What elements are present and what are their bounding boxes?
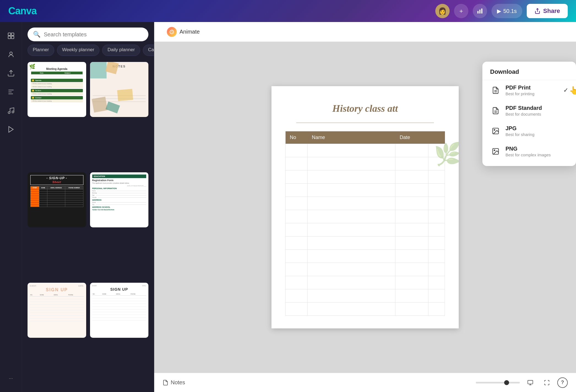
pdf-print-icon xyxy=(490,85,501,96)
play-button[interactable]: ▶ 50.1s xyxy=(491,4,522,18)
cursor-icon: 👆 xyxy=(569,86,576,95)
table-row xyxy=(286,197,445,210)
table-row xyxy=(286,144,445,157)
stats-button[interactable] xyxy=(473,4,487,18)
col-name: NAME xyxy=(102,293,115,296)
table-row xyxy=(286,170,445,184)
main-layout: ··· 🔍 Planner Weekly planner Daily plann… xyxy=(0,22,576,392)
document-table: No Name Date xyxy=(285,131,445,316)
col-phone: PHONE NUMBER xyxy=(65,186,83,189)
col-phone: PHONE xyxy=(130,293,146,296)
filter-tag-calendar[interactable]: Calend... xyxy=(143,45,154,56)
png-title: PNG xyxy=(506,146,568,152)
animate-label: Animate xyxy=(180,29,200,35)
svg-point-22 xyxy=(494,129,495,130)
dropdown-item-png[interactable]: PNG Best for complex images xyxy=(482,141,576,162)
pdf-print-subtitle: Best for printing xyxy=(506,91,559,96)
animate-icon xyxy=(167,27,177,37)
canvas-bottom-bar: Notes ? xyxy=(154,373,576,392)
document-divider xyxy=(296,122,434,123)
template-card-signup[interactable]: - SIGN-UP - Sheet START NAME EMAIL ADDRE… xyxy=(28,172,86,227)
sidebar-item-text[interactable] xyxy=(3,84,19,100)
animate-button[interactable]: Animate xyxy=(162,25,204,39)
sidebar-more-button[interactable]: ··· xyxy=(3,370,19,386)
notes-button[interactable]: Notes xyxy=(162,379,185,386)
svg-point-24 xyxy=(494,150,495,151)
template-title: SIGN UP xyxy=(30,287,84,292)
filter-tag-planner[interactable]: Planner xyxy=(28,45,54,56)
dropdown-item-jpg[interactable]: JPG Best for sharing xyxy=(482,121,576,141)
template-header: EDUCATION xyxy=(92,175,146,178)
sidebar-item-audio[interactable] xyxy=(3,102,19,119)
fullscreen-button[interactable] xyxy=(541,377,553,389)
filter-tag-weekly[interactable]: Weekly planner xyxy=(57,45,100,56)
pdf-standard-title: PDF Standard xyxy=(506,105,568,111)
col-name: Name xyxy=(308,131,395,144)
dropdown-item-pdf-print[interactable]: PDF Print Best for printing ✓ 👆 xyxy=(482,80,576,100)
sidebar-item-video[interactable] xyxy=(3,121,19,138)
sidebar-item-elements[interactable] xyxy=(3,46,19,63)
jpg-title: JPG xyxy=(506,125,568,132)
svg-rect-12 xyxy=(105,62,119,74)
share-button[interactable]: Share xyxy=(527,4,568,18)
canva-logo: Canva xyxy=(8,5,37,17)
col-name: NAME xyxy=(39,186,47,189)
template-card-signup-pink[interactable]: EVENT:DATE: SIGN UP NO. NAME EMAIL PHONE xyxy=(28,283,86,338)
svg-rect-1 xyxy=(479,10,480,13)
jpg-subtitle: Best for sharing xyxy=(506,132,568,137)
help-button[interactable]: ? xyxy=(557,377,568,388)
svg-point-9 xyxy=(12,111,14,113)
sidebar-item-templates[interactable] xyxy=(3,28,19,44)
svg-rect-6 xyxy=(11,36,14,39)
pdf-standard-subtitle: Best for documents xyxy=(506,112,568,116)
pdf-print-title: PDF Print xyxy=(506,85,559,91)
svg-rect-0 xyxy=(477,11,479,13)
col-email: EMAIL xyxy=(53,293,68,296)
col-no: NO. xyxy=(30,293,39,296)
col-start: START xyxy=(31,186,39,189)
svg-rect-3 xyxy=(8,33,10,36)
svg-point-8 xyxy=(8,112,10,114)
grid-view-button[interactable] xyxy=(524,377,536,389)
template-title: Registration Form xyxy=(92,179,146,182)
template-title: NOTES xyxy=(93,65,146,68)
notes-label: Notes xyxy=(171,379,185,386)
svg-rect-25 xyxy=(528,380,533,384)
search-bar: 🔍 xyxy=(28,28,148,41)
add-button[interactable]: ＋ xyxy=(454,4,468,18)
canvas-document[interactable]: History class att No Name Date xyxy=(271,86,459,328)
zoom-thumb[interactable] xyxy=(504,380,509,385)
search-icon: 🔍 xyxy=(33,31,40,38)
sidebar-item-upload[interactable] xyxy=(3,65,19,81)
table-row xyxy=(286,210,445,223)
search-input[interactable] xyxy=(44,31,143,38)
download-dropdown: Download PDF Print Best for printing ✓ 👆 xyxy=(482,62,576,166)
svg-rect-5 xyxy=(8,36,10,39)
template-card-signup-minimal[interactable]: EVENT:DATE: SIGN UP NO. NAME EMAIL PHONE xyxy=(90,283,149,338)
png-subtitle: Best for complex images xyxy=(506,153,568,157)
leaf-icon: 🌿 xyxy=(29,64,35,70)
col-date: Date xyxy=(395,131,428,144)
dropdown-item-pdf-standard[interactable]: PDF Standard Best for documents xyxy=(482,100,576,121)
filter-tag-daily[interactable]: Daily planner xyxy=(102,45,140,56)
template-card-registration[interactable]: EDUCATION Registration Form The applican… xyxy=(90,172,149,227)
template-card-notes[interactable]: NOTES xyxy=(90,62,149,117)
template-card-meeting-agenda[interactable]: 🌿 Meeting Agenda DateSubject 01 Agenda •… xyxy=(28,62,86,117)
col-email: EMAIL xyxy=(116,293,130,296)
icon-bar: ··· xyxy=(0,22,22,392)
table-row xyxy=(286,157,445,170)
svg-point-7 xyxy=(10,52,12,55)
col-phone: PHONE xyxy=(68,293,84,296)
decorative-shapes xyxy=(90,62,149,117)
left-panel: 🔍 Planner Weekly planner Daily planner C… xyxy=(22,22,154,392)
table-row xyxy=(286,289,445,303)
user-avatar[interactable]: 👩 xyxy=(435,4,450,18)
play-icon: ▶ xyxy=(497,8,501,14)
svg-rect-11 xyxy=(90,62,107,78)
col-no: No xyxy=(286,131,308,144)
template-title: Meeting Agenda xyxy=(31,67,83,70)
zoom-track[interactable] xyxy=(476,382,520,383)
template-subtitle: The applicant must provide complete deta… xyxy=(92,182,146,184)
selected-checkmark: ✓ xyxy=(563,87,568,94)
play-duration: 50.1s xyxy=(503,8,517,14)
